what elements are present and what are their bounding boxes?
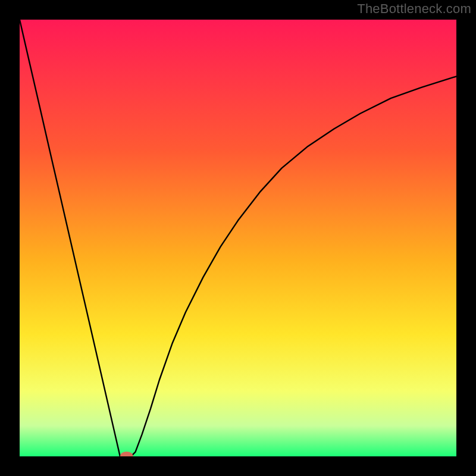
watermark-text: TheBottleneck.com xyxy=(357,1,471,17)
chart-background xyxy=(20,20,456,456)
chart-plot-area xyxy=(20,20,456,456)
chart-svg xyxy=(20,20,456,456)
chart-frame: TheBottleneck.com xyxy=(0,0,476,476)
